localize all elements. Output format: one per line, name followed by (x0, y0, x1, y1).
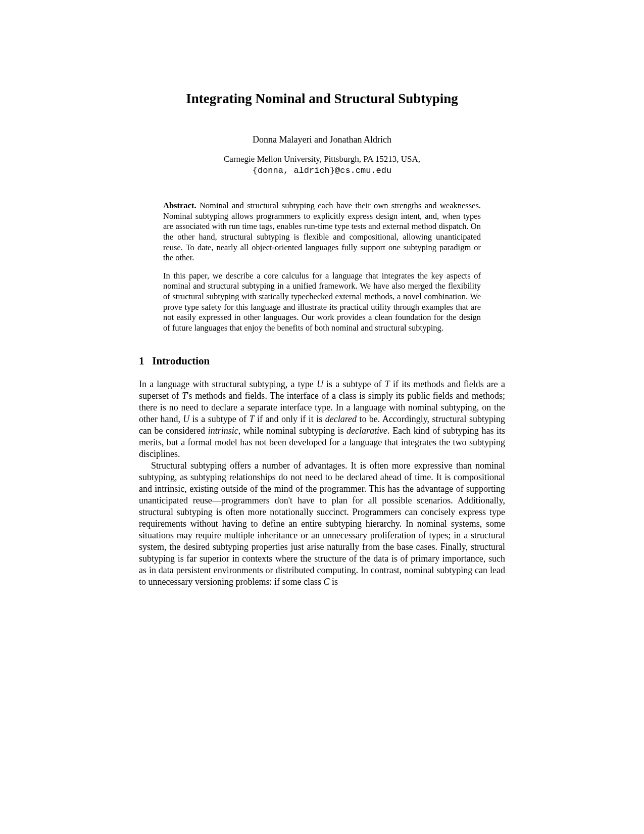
abstract: Abstract. Nominal and structural subtypi… (163, 201, 481, 334)
italic-declared: declared (325, 414, 357, 424)
paper-page: Integrating Nominal and Structural Subty… (0, 0, 644, 638)
text-run: Structural subtyping offers a number of … (139, 460, 505, 587)
abstract-text-1: Nominal and structural subtyping each ha… (163, 201, 481, 262)
body-text: In a language with structural subtyping,… (139, 379, 505, 588)
paper-email: {donna, aldrich}@cs.cmu.edu (139, 166, 505, 175)
italic-declarative: declarative (346, 426, 387, 436)
intro-paragraph-2: Structural subtyping offers a number of … (139, 460, 505, 588)
text-run: is a subtype of (323, 379, 385, 389)
text-run: In a language with structural subtyping,… (139, 379, 317, 389)
section-number: 1 (139, 355, 144, 367)
section-title: Introduction (152, 355, 210, 367)
italic-type-u: U (317, 379, 323, 389)
text-run: is (329, 577, 338, 587)
text-run: is a subtype of (189, 414, 249, 424)
abstract-label: Abstract. (163, 201, 196, 210)
italic-class-c: C (323, 577, 329, 587)
italic-intrinsic: intrinsic (208, 426, 238, 436)
italic-type-t: T (250, 414, 255, 424)
paper-title: Integrating Nominal and Structural Subty… (139, 91, 505, 107)
paper-authors: Donna Malayeri and Jonathan Aldrich (139, 134, 505, 145)
abstract-paragraph-2: In this paper, we describe a core calcul… (163, 271, 481, 334)
italic-type-t: T (385, 379, 390, 389)
intro-paragraph-1: In a language with structural subtyping,… (139, 379, 505, 460)
section-heading-1: 1 Introduction (139, 355, 505, 367)
paper-affiliation: Carnegie Mellon University, Pittsburgh, … (139, 154, 505, 164)
italic-type-u: U (183, 414, 189, 424)
text-run: if and only if it is (255, 414, 325, 424)
text-run: , while nominal subtyping is (238, 426, 346, 436)
italic-type-t: T (182, 391, 187, 401)
abstract-paragraph-1: Abstract. Nominal and structural subtypi… (163, 201, 481, 263)
